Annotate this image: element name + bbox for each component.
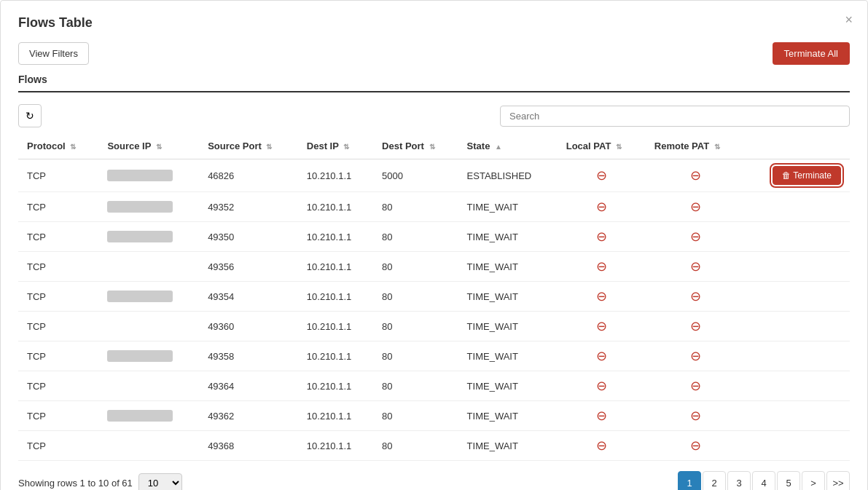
page-4-button[interactable]: 4 xyxy=(752,471,775,490)
local-pat-icon: ⊖ xyxy=(596,319,607,333)
modal-title: Flows Table xyxy=(18,15,850,31)
cell-dest-ip: 10.210.1.1 xyxy=(298,341,373,371)
cell-terminate: 🗑 Terminate xyxy=(746,159,850,192)
flows-table-modal: × Flows Table View Filters Terminate All… xyxy=(0,0,868,490)
remote-pat-icon: ⊖ xyxy=(690,319,701,333)
local-pat-icon: ⊖ xyxy=(596,408,607,423)
cell-source-port: 49364 xyxy=(199,371,298,401)
cell-dest-port: 5000 xyxy=(373,159,458,192)
col-local-pat: Local PAT ⇅ xyxy=(558,133,646,159)
modal-close-button[interactable]: × xyxy=(845,12,853,28)
source-ip-value xyxy=(107,170,173,181)
cell-terminate xyxy=(746,312,850,341)
cell-remote-pat: ⊖ xyxy=(646,282,746,312)
cell-source-port: 49352 xyxy=(199,192,298,222)
cell-state: TIME_WAIT xyxy=(458,252,558,282)
footer: Showing rows 1 to 10 of 61 10 25 50 100 … xyxy=(18,471,850,490)
cell-source-ip xyxy=(98,401,199,431)
cell-protocol: TCP xyxy=(18,192,98,222)
cell-protocol: TCP xyxy=(18,159,98,192)
source-port-sort-icon[interactable]: ⇅ xyxy=(266,143,272,151)
cell-dest-port: 80 xyxy=(373,222,458,252)
cell-source-port: 49368 xyxy=(199,431,298,461)
col-dest-port: Dest Port ⇅ xyxy=(373,133,458,159)
page-2-button[interactable]: 2 xyxy=(703,471,726,490)
table-row: TCP 49364 10.210.1.1 80 TIME_WAIT ⊖ ⊖ xyxy=(18,371,850,401)
cell-dest-ip: 10.210.1.1 xyxy=(298,431,373,461)
table-row: TCP 49358 10.210.1.1 80 TIME_WAIT ⊖ ⊖ xyxy=(18,341,850,371)
local-pat-icon: ⊖ xyxy=(596,289,607,304)
cell-state: TIME_WAIT xyxy=(458,192,558,222)
state-sort-icon[interactable]: ▲ xyxy=(495,143,502,151)
cell-state: ESTABLISHED xyxy=(458,159,558,192)
cell-remote-pat: ⊖ xyxy=(646,341,746,371)
local-pat-icon: ⊖ xyxy=(596,379,607,393)
local-pat-icon: ⊖ xyxy=(596,168,607,183)
cell-local-pat: ⊖ xyxy=(558,341,646,371)
cell-source-ip xyxy=(98,312,199,341)
cell-dest-ip: 10.210.1.1 xyxy=(298,192,373,222)
local-pat-icon: ⊖ xyxy=(596,229,607,244)
table-row: TCP 49360 10.210.1.1 80 TIME_WAIT ⊖ ⊖ xyxy=(18,312,850,341)
table-row: TCP 49354 10.210.1.1 80 TIME_WAIT ⊖ ⊖ xyxy=(18,282,850,312)
cell-source-ip xyxy=(98,252,199,282)
cell-source-ip xyxy=(98,282,199,312)
cell-dest-port: 80 xyxy=(373,341,458,371)
cell-protocol: TCP xyxy=(18,252,98,282)
per-page-select[interactable]: 10 25 50 100 xyxy=(138,473,182,491)
col-source-port: Source Port ⇅ xyxy=(199,133,298,159)
local-pat-sort-icon[interactable]: ⇅ xyxy=(616,143,622,151)
cell-protocol: TCP xyxy=(18,312,98,341)
cell-source-port: 49362 xyxy=(199,401,298,431)
remote-pat-icon: ⊖ xyxy=(690,408,701,423)
cell-local-pat: ⊖ xyxy=(558,431,646,461)
remote-pat-icon: ⊖ xyxy=(690,259,701,274)
refresh-button[interactable]: ↻ xyxy=(18,104,42,127)
cell-protocol: TCP xyxy=(18,282,98,312)
page-5-button[interactable]: 5 xyxy=(777,471,800,490)
cell-local-pat: ⊖ xyxy=(558,282,646,312)
cell-state: TIME_WAIT xyxy=(458,222,558,252)
next-page-button[interactable]: > xyxy=(802,471,825,490)
cell-local-pat: ⊖ xyxy=(558,192,646,222)
last-page-button[interactable]: >> xyxy=(826,471,850,490)
cell-local-pat: ⊖ xyxy=(558,401,646,431)
cell-remote-pat: ⊖ xyxy=(646,431,746,461)
dest-ip-sort-icon[interactable]: ⇅ xyxy=(343,143,349,151)
cell-dest-port: 80 xyxy=(373,431,458,461)
source-ip-value xyxy=(107,231,173,242)
showing-info: Showing rows 1 to 10 of 61 10 25 50 100 xyxy=(18,473,182,491)
cell-remote-pat: ⊖ xyxy=(646,222,746,252)
remote-pat-sort-icon[interactable]: ⇅ xyxy=(714,143,720,151)
terminate-all-button[interactable]: Terminate All xyxy=(773,42,850,65)
cell-state: TIME_WAIT xyxy=(458,341,558,371)
cell-remote-pat: ⊖ xyxy=(646,159,746,192)
cell-source-port: 49356 xyxy=(199,252,298,282)
section-title: Flows xyxy=(18,74,850,92)
remote-pat-icon: ⊖ xyxy=(690,289,701,304)
page-3-button[interactable]: 3 xyxy=(727,471,751,490)
page-1-button[interactable]: 1 xyxy=(678,471,701,490)
cell-protocol: TCP xyxy=(18,341,98,371)
source-ip-sort-icon[interactable]: ⇅ xyxy=(156,143,162,151)
cell-dest-ip: 10.210.1.1 xyxy=(298,252,373,282)
cell-local-pat: ⊖ xyxy=(558,371,646,401)
cell-terminate xyxy=(746,401,850,431)
cell-local-pat: ⊖ xyxy=(558,222,646,252)
cell-terminate xyxy=(746,371,850,401)
col-state: State ▲ xyxy=(458,133,558,159)
terminate-row-button[interactable]: 🗑 Terminate xyxy=(773,166,841,185)
col-protocol: Protocol ⇅ xyxy=(18,133,98,159)
local-pat-icon: ⊖ xyxy=(596,199,607,214)
dest-port-sort-icon[interactable]: ⇅ xyxy=(429,143,435,151)
col-dest-ip: Dest IP ⇅ xyxy=(298,133,373,159)
search-input[interactable] xyxy=(500,106,850,127)
cell-state: TIME_WAIT xyxy=(458,312,558,341)
protocol-sort-icon[interactable]: ⇅ xyxy=(70,143,76,151)
cell-source-port: 49360 xyxy=(199,312,298,341)
remote-pat-icon: ⊖ xyxy=(690,199,701,214)
cell-terminate xyxy=(746,222,850,252)
view-filters-button[interactable]: View Filters xyxy=(18,42,89,65)
local-pat-icon: ⊖ xyxy=(596,349,607,363)
cell-source-port: 49350 xyxy=(199,222,298,252)
